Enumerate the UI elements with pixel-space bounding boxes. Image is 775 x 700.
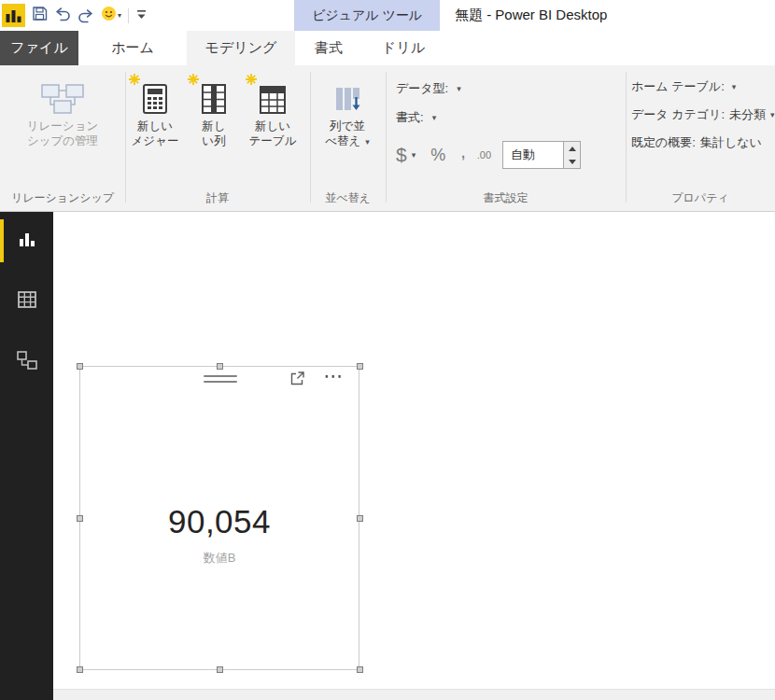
manage-relationships-label: リレーション シップの管理 [16,119,109,148]
chevron-down-icon: ▾ [412,150,416,160]
smiley-icon [101,6,117,25]
ribbon: リレーション シップの管理 リレーションシップ 新しい メジャー [0,65,775,212]
percent-format-button[interactable]: % [430,146,445,165]
resize-handle-top-left[interactable] [77,363,83,370]
table-grid-icon [18,291,36,312]
triangle-up-icon [569,147,576,151]
triangle-down-icon [569,160,576,164]
group-label-calculations: 計算 [125,190,310,206]
separator [128,8,129,23]
chevron-down-icon: ▾ [365,137,370,147]
feedback-button[interactable]: ▾ [101,5,121,27]
chevron-down-icon: ▾ [432,113,437,122]
contextual-tab-visual-tools: ビジュアル ツール [294,0,440,31]
ellipsis-icon: ⋯ [324,365,344,387]
new-measure-calculator-icon [127,75,183,114]
currency-format-button[interactable]: $ [396,144,407,166]
sparkle-icon [188,72,199,89]
view-sidebar [0,212,53,700]
data-category-value: 未分類 [729,106,766,123]
powerbi-logo-icon [2,5,25,27]
chevron-down-icon: ▾ [457,84,461,93]
default-summarization-label: 既定の概要: [631,134,696,151]
chevron-down-icon: ▾ [770,110,775,119]
group-separator [626,72,627,203]
chevron-down-icon: ▾ [118,11,121,20]
sort-by-column-label: 列で並 べ替え▾ [319,119,375,149]
group-label-sort: 並べ替え [310,190,386,206]
undo-icon [54,6,71,25]
window-title: 無題 - Power BI Desktop [455,0,607,31]
new-table-button[interactable]: 新しい テーブル [245,75,301,148]
data-type-label: データ型: [396,80,448,97]
report-view-button[interactable] [0,219,53,262]
report-canvas[interactable]: ⋯ 90,054 数値B [53,212,775,689]
format-dropdown[interactable]: 書式: ▾ [396,109,436,126]
chevron-down-icon: ▾ [732,82,737,91]
model-view-button[interactable] [0,341,53,384]
resize-handle-top-center[interactable] [217,363,223,370]
active-view-indicator [0,219,4,262]
resize-handle-bottom-center[interactable] [217,666,223,673]
drag-handle-line [204,381,237,383]
new-column-label: 新し い列 [187,119,241,148]
spinner-value: 自動 [503,142,563,168]
home-table-label: ホーム テーブル: [631,78,725,95]
group-separator [386,72,387,203]
decimal-places-spinner[interactable]: 自動 [502,141,581,169]
drag-handle-line [204,375,237,377]
save-button[interactable] [32,5,48,27]
data-category-dropdown[interactable]: データ カテゴリ: 未分類 ▾ [631,106,775,123]
spinner-up-button[interactable] [564,142,580,155]
customize-toolbar-icon [135,7,148,24]
comma-format-button[interactable]: , [460,141,466,162]
model-view-icon [17,351,37,373]
group-separator [125,72,126,203]
quick-access-toolbar: ▾ [2,3,148,28]
undo-button[interactable] [54,5,71,27]
group-label-formatting: 書式設定 [386,190,626,206]
horizontal-scrollbar[interactable] [53,689,775,700]
new-column-button[interactable]: 新し い列 [187,75,241,148]
decimal-places-button[interactable]: .00 [477,149,491,161]
tab-drill[interactable]: ドリル [366,31,441,65]
ribbon-tab-row: ファイル ホーム モデリング 書式 ドリル [0,31,775,65]
data-view-button[interactable] [0,280,53,323]
titlebar: ▾ ビジュアル ツール 無題 - Power BI Desktop [0,0,775,31]
group-separator [310,72,311,203]
new-measure-label: 新しい メジャー [127,119,183,148]
number-format-row: $ ▾ % , .00 自動 [396,136,581,174]
new-table-icon [245,75,301,114]
spinner-buttons [563,142,580,168]
focus-mode-button[interactable] [288,371,306,389]
group-label-properties: プロパティ [626,190,775,206]
sort-by-column-button[interactable]: 列で並 べ替え▾ [319,75,375,149]
default-summarization-dropdown[interactable]: 既定の概要: 集計しない [631,134,762,151]
sparkle-icon [246,72,257,89]
redo-button[interactable] [78,5,94,27]
resize-handle-bottom-right[interactable] [357,666,363,673]
data-type-dropdown[interactable]: データ型: ▾ [396,80,461,97]
visual-drag-handle[interactable] [204,375,237,386]
new-table-label: 新しい テーブル [245,119,301,148]
tab-format[interactable]: 書式 [295,31,362,65]
card-visual[interactable]: ⋯ 90,054 数値B [79,366,359,670]
resize-handle-bottom-left[interactable] [77,666,83,673]
manage-relationships-button[interactable]: リレーション シップの管理 [16,75,109,148]
more-options-button[interactable]: ⋯ [319,364,347,388]
redo-icon [78,7,94,23]
tab-file[interactable]: ファイル [0,31,78,65]
tab-home[interactable]: ホーム [86,31,179,65]
qat-customize-button[interactable] [135,5,148,27]
tab-modeling[interactable]: モデリング [187,31,295,65]
resize-handle-top-right[interactable] [357,363,363,370]
new-column-icon [187,75,241,114]
relationships-icon [16,75,109,114]
card-value: 90,054 [80,503,359,540]
bar-chart-icon [18,230,36,252]
home-table-dropdown[interactable]: ホーム テーブル: ▾ [631,78,736,95]
sort-by-column-icon [319,75,375,114]
new-measure-button[interactable]: 新しい メジャー [127,75,183,148]
spinner-down-button[interactable] [564,155,580,168]
focus-mode-icon [289,371,305,390]
